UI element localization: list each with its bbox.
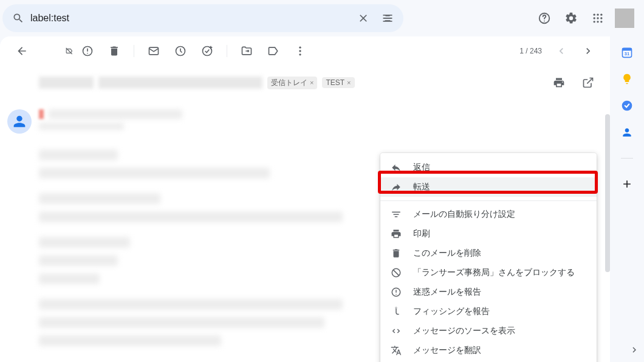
archive-icon[interactable] [49, 39, 73, 63]
reply-icon [390, 162, 402, 174]
forward-icon [390, 181, 402, 193]
sender-row [0, 100, 610, 137]
menu-spam[interactable]: 迷惑メールを報告 [380, 282, 597, 302]
svg-point-8 [597, 14, 598, 16]
svg-point-7 [594, 14, 595, 16]
menu-forward[interactable]: 転送 [380, 177, 597, 197]
tasks-icon[interactable] [621, 100, 633, 112]
panel-toggle-icon[interactable] [627, 343, 642, 357]
message-content: 1 / 243 受信トレイ× TEST× [0, 36, 610, 362]
keep-icon[interactable] [621, 73, 633, 85]
menu-reply[interactable]: 返信 [380, 158, 597, 177]
menu-label: メッセージを翻訳 [413, 345, 481, 356]
svg-point-28 [299, 53, 301, 55]
menu-phishing[interactable]: フィッシングを報告 [380, 302, 597, 321]
account-avatar[interactable] [615, 9, 634, 28]
settings-icon[interactable] [559, 6, 583, 30]
sender-avatar[interactable] [7, 109, 32, 134]
menu-label: 印刷 [413, 228, 430, 239]
search-box [2, 4, 403, 32]
menu-block[interactable]: 「ランサーズ事務局」さんをブロックする [380, 263, 597, 282]
clear-search-icon[interactable] [351, 6, 375, 30]
calendar-icon[interactable]: 31 [621, 46, 633, 58]
scrollbar[interactable] [605, 114, 610, 272]
menu-filter[interactable]: メールの自動振り分け設定 [380, 205, 597, 224]
top-bar [0, 0, 644, 36]
pagination-text: 1 / 243 [519, 47, 542, 55]
menu-print[interactable]: 印刷 [380, 224, 597, 244]
svg-point-27 [299, 50, 301, 52]
contacts-icon[interactable] [621, 126, 633, 138]
subject-row: 受信トレイ× TEST× [0, 66, 610, 100]
menu-label: 転送 [413, 182, 430, 193]
report-spam-icon [390, 286, 402, 298]
prev-icon[interactable] [549, 39, 574, 63]
svg-rect-3 [383, 21, 392, 22]
message-toolbar: 1 / 243 [0, 36, 610, 66]
print-icon [390, 228, 402, 240]
svg-line-30 [393, 270, 399, 276]
code-icon [390, 325, 402, 337]
side-panel: 31 [610, 36, 644, 362]
spam-icon[interactable] [75, 39, 100, 63]
mark-unread-icon[interactable] [142, 39, 166, 63]
open-new-icon[interactable] [576, 70, 600, 95]
subject-blur-1 [39, 77, 94, 89]
translate-icon [390, 344, 402, 357]
menu-label: このメールを削除 [413, 248, 481, 259]
menu-label: 迷惑メールを報告 [413, 287, 481, 298]
menu-translate[interactable]: メッセージを翻訳 [380, 341, 597, 360]
svg-point-6 [544, 21, 545, 22]
menu-label: メールの自動振り分け設定 [413, 209, 515, 220]
svg-point-26 [299, 47, 301, 49]
svg-rect-2 [383, 18, 392, 19]
apps-icon[interactable] [586, 6, 610, 30]
svg-point-33 [396, 294, 397, 295]
svg-point-15 [600, 21, 602, 22]
menu-label: フィッシングを報告 [413, 306, 490, 317]
svg-point-14 [597, 21, 598, 22]
help-icon[interactable] [532, 6, 557, 30]
add-on-icon[interactable] [621, 178, 633, 190]
add-task-icon[interactable] [195, 39, 219, 63]
snooze-icon[interactable] [168, 39, 193, 63]
svg-point-10 [594, 17, 595, 19]
main-area: 1 / 243 受信トレイ× TEST× [0, 36, 644, 362]
search-options-icon[interactable] [375, 6, 400, 30]
filter-icon [390, 208, 402, 220]
delete-icon[interactable] [102, 39, 126, 63]
remove-label-icon[interactable]: × [310, 79, 313, 86]
svg-point-13 [594, 21, 595, 22]
more-icon[interactable] [288, 39, 312, 63]
search-input[interactable] [30, 13, 351, 24]
menu-label: 返信 [413, 162, 430, 173]
label-test[interactable]: TEST× [322, 77, 354, 88]
trash-icon [390, 247, 402, 259]
svg-rect-37 [623, 48, 632, 50]
phishing-icon [390, 306, 402, 318]
move-icon[interactable] [235, 39, 259, 63]
menu-label: 「ランサーズ事務局」さんをブロックする [413, 267, 575, 278]
menu-label: メッセージのソースを表示 [413, 326, 515, 336]
remove-label-icon[interactable]: × [347, 79, 351, 86]
svg-point-9 [600, 14, 602, 16]
svg-point-20 [87, 53, 88, 54]
top-right-controls [532, 6, 639, 30]
back-icon[interactable] [10, 39, 34, 63]
print-icon[interactable] [547, 70, 571, 95]
svg-point-11 [597, 17, 598, 19]
block-icon [390, 267, 402, 279]
svg-point-34 [396, 307, 397, 309]
menu-source[interactable]: メッセージのソースを表示 [380, 321, 597, 341]
search-icon[interactable] [6, 6, 30, 30]
label-inbox[interactable]: 受信トレイ× [267, 77, 317, 89]
svg-text:31: 31 [625, 51, 629, 56]
menu-delete[interactable]: このメールを削除 [380, 244, 597, 263]
svg-point-12 [600, 17, 602, 19]
labels-icon[interactable] [261, 39, 286, 63]
next-icon[interactable] [576, 39, 600, 63]
subject-blur-2 [98, 77, 262, 89]
message-context-menu: 返信 転送 メールの自動振り分け設定 印刷 このメールを削除 「ランサーズ事 [380, 153, 597, 362]
